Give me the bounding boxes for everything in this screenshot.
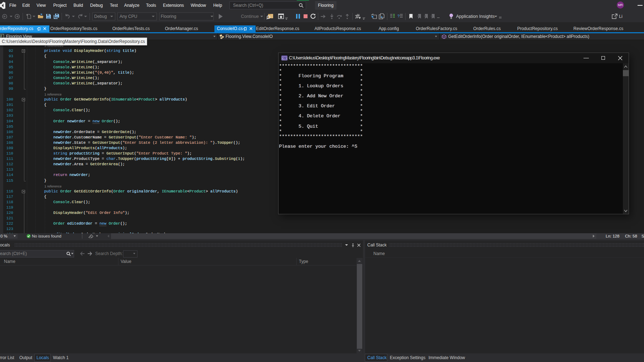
svg-text:?: ? bbox=[397, 14, 400, 18]
svg-text:C:\: C:\ bbox=[282, 57, 288, 60]
